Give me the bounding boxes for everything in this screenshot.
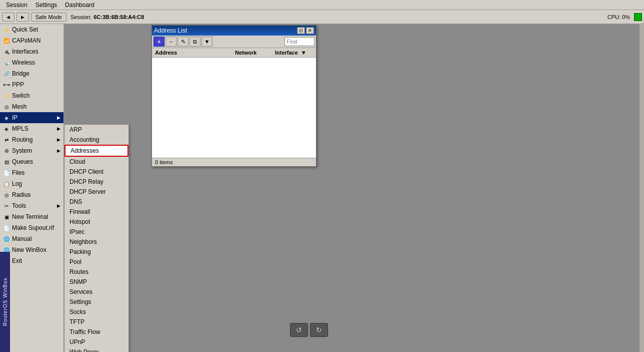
submenu-item-upnp[interactable]: UPnP: [64, 337, 128, 347]
sidebar-item-quick-set[interactable]: ⚡Quick Set: [0, 24, 64, 35]
add-button[interactable]: +: [154, 37, 164, 47]
sidebar-item-bridge[interactable]: 🔗Bridge: [0, 68, 64, 79]
window-controls: ⊡ ✕: [297, 27, 314, 34]
sidebar-item-label: PPP: [12, 81, 24, 88]
sidebar-item-radius[interactable]: ◎Radius: [0, 189, 64, 200]
sidebar-item-ppp[interactable]: ⟷PPP: [0, 79, 64, 90]
sidebar-item-label: Files: [12, 169, 24, 176]
submenu-item-addresses[interactable]: Addresses: [64, 145, 128, 157]
sidebar-item-label: System: [12, 147, 32, 154]
log-icon: 📋: [3, 180, 10, 187]
window-restore-button[interactable]: ⊡: [297, 27, 305, 34]
sidebar-item-label: Manual: [12, 235, 32, 242]
submenu-item-dhcp-relay[interactable]: DHCP Relay: [64, 177, 128, 187]
menubar: Session Settings Dashboard: [0, 0, 644, 10]
files-icon: 📄: [3, 169, 10, 176]
cpu-label: CPU: 0%: [608, 14, 630, 20]
switch-icon: ⚡: [3, 92, 10, 99]
filter-button[interactable]: ▼: [202, 37, 212, 47]
submenu-item-pool[interactable]: Pool: [64, 257, 128, 267]
window-titlebar: Address List ⊡ ✕: [152, 26, 316, 36]
refresh-right-button[interactable]: ↻: [310, 323, 328, 337]
submenu-item-dns[interactable]: DNS: [64, 197, 128, 207]
right-resize-handle[interactable]: [639, 24, 644, 352]
toolbar: ◄ ► Safe Mode Session: 6C:3B:6B:58:A4:C8…: [0, 10, 644, 24]
submenu-item-cloud[interactable]: Cloud: [64, 157, 128, 167]
sidebar-item-capsman[interactable]: 📶CAPsMAN: [0, 35, 64, 46]
winbox-label: RouterOS WinBox: [0, 252, 10, 352]
sidebar-item-system[interactable]: ⚙System▶: [0, 145, 64, 156]
sidebar-item-label: Switch: [12, 92, 30, 99]
wireless-icon: 📡: [3, 59, 10, 66]
submenu-item-accounting[interactable]: Accounting: [64, 135, 128, 145]
sidebar-item-routing[interactable]: ⇄Routing▶: [0, 134, 64, 145]
menu-dashboard[interactable]: Dashboard: [61, 1, 98, 10]
edit-button[interactable]: ✎: [178, 37, 188, 47]
col-filter-arrow[interactable]: ▼: [300, 49, 314, 57]
sidebar-item-label: IP: [12, 114, 18, 121]
system-icon: ⚙: [3, 147, 10, 154]
submenu-item-services[interactable]: Services: [64, 287, 128, 297]
search-input[interactable]: [284, 37, 314, 46]
submenu-item-dhcp-server[interactable]: DHCP Server: [64, 187, 128, 197]
window-toolbar: + − ✎ ⧉ ▼: [152, 36, 316, 48]
sidebar-item-label: Bridge: [12, 70, 30, 77]
refresh-left-button[interactable]: ↺: [290, 323, 308, 337]
submenu-item-arp[interactable]: ARP: [64, 125, 128, 135]
sidebar-item-manual[interactable]: 🌐Manual: [0, 233, 64, 244]
col-interface: Interface: [274, 49, 300, 57]
sidebar-item-new-terminal[interactable]: ▣New Terminal: [0, 211, 64, 222]
submenu-item-settings[interactable]: Settings: [64, 297, 128, 307]
submenu-item-web-proxy[interactable]: Web Proxy: [64, 347, 128, 352]
back-button[interactable]: ◄: [2, 13, 14, 22]
radius-icon: ◎: [3, 191, 10, 198]
forward-button[interactable]: ►: [16, 13, 29, 22]
submenu-item-routes[interactable]: Routes: [64, 267, 128, 277]
sidebar-item-mpls[interactable]: ◈MPLS▶: [0, 123, 64, 134]
filter-icon: ▼: [204, 39, 210, 45]
submenu-arrow-icon: ▶: [57, 126, 60, 131]
window-close-button[interactable]: ✕: [306, 27, 314, 34]
bridge-icon: 🔗: [3, 70, 10, 77]
sidebar-item-files[interactable]: 📄Files: [0, 167, 64, 178]
submenu-item-socks[interactable]: Socks: [64, 307, 128, 317]
address-list-window: Address List ⊡ ✕ + − ✎ ⧉ ▼ Address Netwo…: [152, 25, 316, 167]
submenu-item-neighbors[interactable]: Neighbors: [64, 237, 128, 247]
sidebar-item-label: Queues: [12, 158, 33, 165]
copy-button[interactable]: ⧉: [190, 37, 200, 47]
sidebar-item-label: Log: [12, 180, 22, 187]
sidebar-item-interfaces[interactable]: 🔌Interfaces: [0, 46, 64, 57]
submenu-arrow-icon: ▶: [57, 203, 60, 208]
sidebar-item-label: Mesh: [12, 103, 26, 110]
sidebar-item-ip[interactable]: ◈IP▶: [0, 112, 64, 123]
sidebar-item-log[interactable]: 📋Log: [0, 178, 64, 189]
menu-session[interactable]: Session: [2, 1, 32, 10]
sidebar-item-tools[interactable]: ✂Tools▶: [0, 200, 64, 211]
routing-icon: ⇄: [3, 136, 10, 143]
sidebar-item-wireless[interactable]: 📡Wireless: [0, 57, 64, 68]
bottom-controls: ↺ ↻: [290, 323, 328, 337]
col-address: Address: [154, 49, 234, 57]
sidebar-item-queues[interactable]: ▤Queues: [0, 156, 64, 167]
remove-button[interactable]: −: [166, 37, 176, 47]
submenu-item-hotspot[interactable]: Hotspot: [64, 217, 128, 227]
submenu-item-ipsec[interactable]: IPsec: [64, 227, 128, 237]
sidebar-item-mesh[interactable]: ◎Mesh: [0, 101, 64, 112]
sidebar-item-label: Interfaces: [12, 48, 38, 55]
sidebar-item-label: Wireless: [12, 59, 35, 66]
submenu-item-tftp[interactable]: TFTP: [64, 317, 128, 327]
ppp-icon: ⟷: [3, 81, 10, 88]
submenu-item-firewall[interactable]: Firewall: [64, 207, 128, 217]
status-bar: 0 items: [152, 158, 316, 166]
session-label: Session:: [70, 14, 92, 20]
session-value: 6C:3B:6B:58:A4:C8: [94, 14, 144, 20]
safe-mode-button[interactable]: Safe Mode: [31, 13, 66, 22]
submenu-item-packing[interactable]: Packing: [64, 247, 128, 257]
submenu-item-traffic-flow[interactable]: Traffic Flow: [64, 327, 128, 337]
queues-icon: ▤: [3, 158, 10, 165]
menu-settings[interactable]: Settings: [32, 1, 61, 10]
sidebar-item-make-supout[interactable]: 📄Make Supout.rif: [0, 222, 64, 233]
sidebar-item-switch[interactable]: ⚡Switch: [0, 90, 64, 101]
submenu-item-dhcp-client[interactable]: DHCP Client: [64, 167, 128, 177]
submenu-item-snmp[interactable]: SNMP: [64, 277, 128, 287]
